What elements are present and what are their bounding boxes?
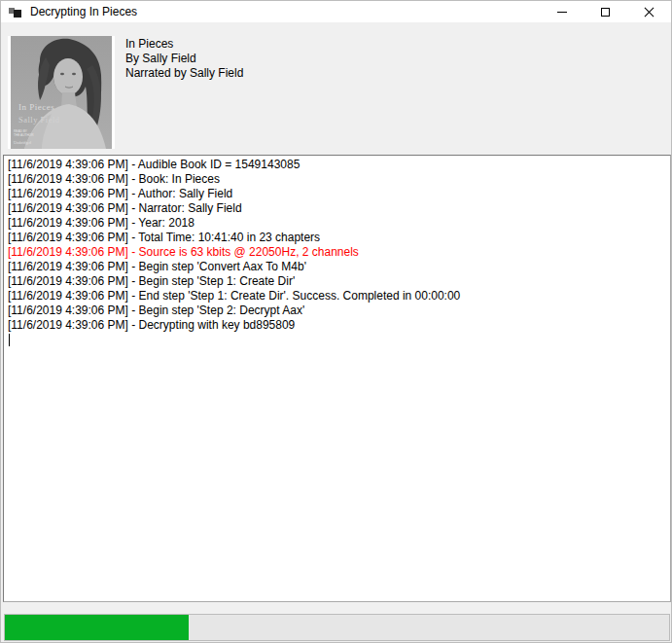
book-narrator-line: Narrated by Sally Field [125,66,243,81]
log-line: [11/6/2019 4:39:06 PM] - Begin step 'Con… [8,260,666,274]
book-cover-image: In Pieces Sally Field READ BY THE AUTHOR… [8,36,115,149]
log-area[interactable]: [11/6/2019 4:39:06 PM] - Audible Book ID… [3,155,671,602]
minimize-button[interactable] [540,1,584,22]
cover-unabridged-text: Unabridged [14,141,31,145]
log-line: [11/6/2019 4:39:06 PM] - Begin step 'Ste… [8,304,666,318]
log-line: [11/6/2019 4:39:06 PM] - Total Time: 10:… [8,231,666,245]
minimize-icon [557,12,567,13]
window-controls [540,1,671,22]
app-icon [9,6,21,18]
close-button[interactable] [627,1,671,22]
text-caret [9,334,10,346]
maximize-button[interactable] [584,1,627,22]
book-title: In Pieces [125,37,243,52]
cover-title-text: In Pieces [18,102,54,112]
log-line: [11/6/2019 4:39:06 PM] - End step 'Step … [8,289,666,304]
titlebar[interactable]: Decrypting In Pieces [1,1,671,22]
book-info: In Pieces By Sally Field Narrated by Sal… [125,37,243,81]
app-window: Decrypting In Pieces [0,0,672,643]
progress-bar [4,614,670,641]
window-title: Decrypting In Pieces [30,5,137,18]
log-line: [11/6/2019 4:39:06 PM] - Book: In Pieces [8,172,666,187]
progress-fill [5,615,189,640]
maximize-icon [601,8,610,17]
book-author-line: By Sally Field [125,52,243,66]
log-line: [11/6/2019 4:39:06 PM] - Author: Sally F… [8,187,666,201]
log-line: [11/6/2019 4:39:06 PM] - Audible Book ID… [8,158,666,172]
cover-readby-text2: THE AUTHOR [14,133,34,137]
close-icon [644,7,654,18]
log-line: [11/6/2019 4:39:06 PM] - Narrator: Sally… [8,201,666,216]
log-line: [11/6/2019 4:39:06 PM] - Begin step 'Ste… [8,274,666,289]
log-line: [11/6/2019 4:39:06 PM] - Decrypting with… [8,318,666,333]
cover-art: In Pieces Sally Field READ BY THE AUTHOR… [11,36,112,149]
cover-author-text: Sally Field [18,115,60,125]
log-lines: [11/6/2019 4:39:06 PM] - Audible Book ID… [8,158,666,333]
log-line: [11/6/2019 4:39:06 PM] - Source is 63 kb… [8,245,666,260]
log-line: [11/6/2019 4:39:06 PM] - Year: 2018 [8,216,666,231]
caret-line [8,333,666,347]
